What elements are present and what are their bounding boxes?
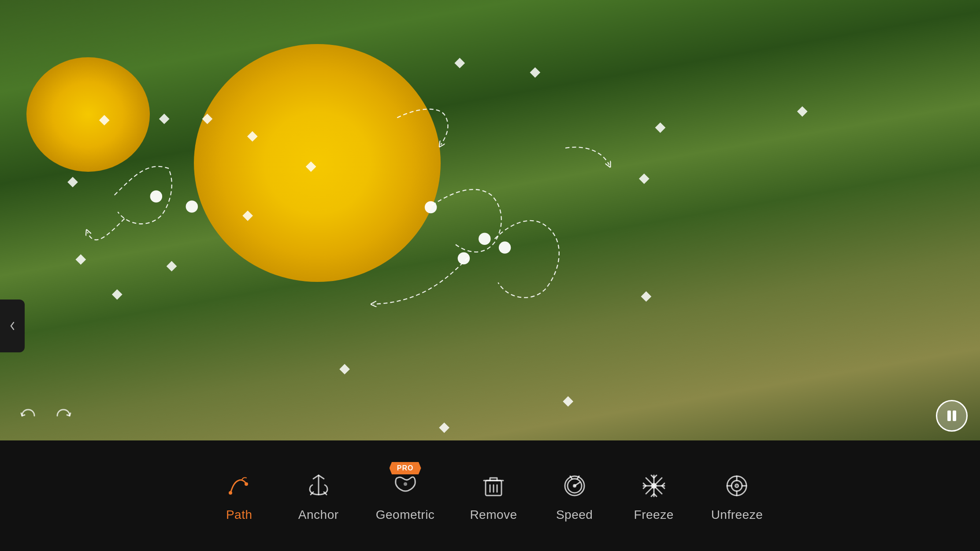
flower-left-bloom [26,57,150,172]
toolbar: Path Anchor PRO [0,440,980,551]
speed-icon [559,470,590,502]
anchor-icon [303,470,334,502]
redo-button[interactable] [51,403,76,428]
tool-remove[interactable]: Remove [470,470,517,522]
unfreeze-icon [721,470,753,502]
remove-icon [478,470,509,502]
tool-freeze[interactable]: Freeze [632,470,676,522]
speed-label: Speed [556,508,593,522]
svg-rect-26 [953,410,956,421]
svg-point-31 [404,482,407,486]
unfreeze-label: Unfreeze [711,508,763,522]
anchor-label: Anchor [298,508,339,522]
svg-point-27 [229,491,232,495]
tool-speed[interactable]: Speed [553,470,597,522]
svg-line-40 [575,482,580,486]
flower-right-bloom [194,44,441,282]
canvas-area [0,0,980,440]
svg-rect-25 [947,410,951,421]
pause-button[interactable] [936,400,968,432]
tool-path[interactable]: Path [217,470,261,522]
freeze-icon [638,470,670,502]
toolbar-items: Path Anchor PRO [217,470,763,522]
background-photo [0,0,980,440]
path-icon [223,470,255,502]
side-panel-toggle[interactable] [0,300,25,352]
svg-point-56 [735,484,739,488]
remove-label: Remove [470,508,517,522]
geometric-icon [390,470,421,502]
svg-point-28 [245,482,248,486]
freeze-label: Freeze [634,508,674,522]
geometric-label: Geometric [376,508,435,522]
tool-unfreeze[interactable]: Unfreeze [711,470,763,522]
tool-anchor[interactable]: Anchor [297,470,341,522]
tool-geometric[interactable]: PRO Geometric [376,470,435,522]
pro-badge: PRO [390,462,421,474]
svg-point-45 [652,484,656,488]
path-label: Path [226,508,252,522]
nav-arrows [16,403,76,428]
undo-button[interactable] [16,403,41,428]
